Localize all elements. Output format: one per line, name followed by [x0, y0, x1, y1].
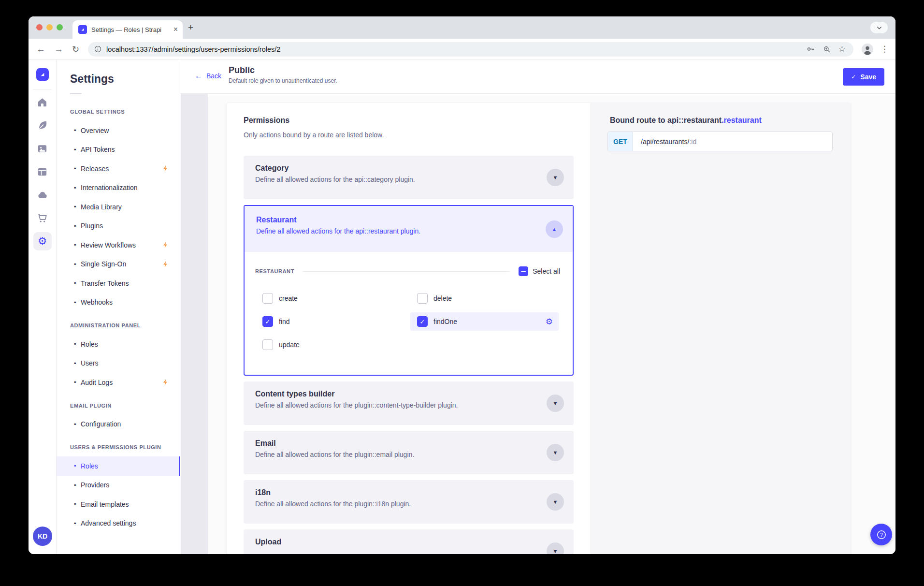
profile-avatar-icon[interactable]: [861, 43, 874, 56]
sidebar-item-users[interactable]: •Users: [57, 354, 180, 373]
sidebar-item-roles[interactable]: •Roles: [57, 335, 180, 354]
new-tab-icon[interactable]: +: [188, 23, 193, 32]
action-findone[interactable]: ✓findOne⚙: [410, 312, 559, 331]
accordion-header-category[interactable]: CategoryDefine all allowed actions for t…: [244, 156, 574, 199]
sidebar-item-overview[interactable]: •Overview: [57, 121, 180, 140]
lightning-icon: [162, 261, 169, 268]
sidebar-item-internationalization[interactable]: •Internationalization: [57, 178, 180, 198]
bullet-icon: •: [74, 520, 81, 527]
accordion-title: Email: [255, 439, 574, 448]
tab-list-chevron-icon[interactable]: [870, 22, 888, 33]
sidebar-item-advanced-settings[interactable]: •Advanced settings: [57, 514, 180, 533]
page-title: Public: [229, 65, 337, 75]
lightning-icon: [162, 165, 169, 172]
sidebar-item-roles[interactable]: •Roles: [57, 456, 180, 476]
minimize-window-button[interactable]: [46, 24, 53, 30]
sidebar-item-api-tokens[interactable]: •API Tokens: [57, 140, 180, 160]
checkbox-create[interactable]: [262, 293, 273, 304]
sidebar-item-plugins[interactable]: •Plugins: [57, 217, 180, 236]
browser-window: Settings — Roles | Strapi × + ← → ↻ loca…: [29, 16, 895, 554]
lightning-icon: [162, 241, 169, 249]
url-text[interactable]: localhost:1337/admin/settings/users-perm…: [106, 45, 806, 53]
main-nav-item-marketplace[interactable]: [29, 206, 56, 230]
accordion-description: Define all allowed actions for the api::…: [256, 227, 573, 235]
sidebar-item-email-templates[interactable]: •Email templates: [57, 495, 180, 514]
checkbox-update[interactable]: [262, 339, 273, 350]
chevron-down-icon[interactable]: ▼: [547, 493, 564, 511]
main-nav-item-cloud[interactable]: [29, 183, 56, 206]
route-input[interactable]: GET /api/restaurants/:id: [607, 132, 833, 151]
help-button[interactable]: ?: [870, 524, 892, 545]
sidebar-item-configuration[interactable]: •Configuration: [57, 415, 180, 434]
chevron-up-icon[interactable]: ▲: [546, 220, 563, 238]
strapi-favicon-icon: [78, 25, 87, 34]
accordion-header-content-types-builder[interactable]: Content types builderDefine all allowed …: [244, 381, 574, 425]
strapi-logo[interactable]: [36, 68, 49, 81]
sidebar-item-single-sign-on[interactable]: •Single Sign-On: [57, 255, 180, 274]
site-info-icon[interactable]: [94, 45, 102, 53]
sidebar-item-webhooks[interactable]: •Webhooks: [57, 293, 180, 312]
back-link[interactable]: ← Back: [195, 72, 221, 80]
action-update[interactable]: update: [262, 336, 417, 354]
bullet-icon: •: [74, 165, 81, 172]
accordion-title: Content types builder: [255, 390, 574, 398]
main-nav-item-media-library[interactable]: [29, 137, 56, 160]
action-label: update: [279, 341, 300, 349]
chevron-down-icon[interactable]: ▼: [547, 169, 564, 186]
user-avatar[interactable]: KD: [33, 527, 52, 546]
bullet-icon: •: [74, 299, 81, 306]
action-delete[interactable]: delete: [417, 289, 561, 308]
sidebar-item-label: Single Sign-On: [81, 260, 126, 268]
zoom-in-icon[interactable]: [823, 45, 831, 54]
main-nav-item-home[interactable]: [29, 90, 56, 114]
sidebar-item-transfer-tokens[interactable]: •Transfer Tokens: [57, 274, 180, 293]
accordion-title: Category: [255, 164, 574, 173]
accordion-header-email[interactable]: EmailDefine all allowed actions for the …: [244, 431, 574, 474]
checkbox-delete[interactable]: [417, 293, 428, 304]
content-area: Bound route to api::restaurant.restauran…: [208, 94, 895, 554]
settings-cog-icon[interactable]: ⚙: [546, 318, 553, 326]
save-button[interactable]: ✓ Save: [843, 68, 884, 86]
close-tab-icon[interactable]: ×: [173, 26, 178, 33]
sidebar-item-review-workflows[interactable]: •Review Workflows: [57, 235, 180, 255]
sidebar-item-releases[interactable]: •Releases: [57, 159, 180, 178]
accordion-upload: Upload▼: [244, 529, 574, 554]
password-key-icon[interactable]: [806, 44, 815, 54]
url-bar[interactable]: localhost:1337/admin/settings/users-perm…: [88, 42, 853, 57]
close-window-button[interactable]: [36, 24, 43, 30]
sidebar-item-label: Overview: [81, 127, 109, 134]
back-arrow-icon[interactable]: ←: [36, 44, 45, 54]
sidebar-item-media-library[interactable]: •Media Library: [57, 197, 180, 217]
main-nav-item-settings[interactable]: ⚙: [29, 230, 56, 253]
sidebar-item-label: Email templates: [81, 500, 129, 508]
reload-icon[interactable]: ↻: [72, 45, 79, 54]
sidebar-item-label: API Tokens: [81, 146, 115, 153]
zoom-window-button[interactable]: [57, 24, 63, 30]
divider: [33, 89, 52, 89]
page-title-block: Public Default role given to unauthentic…: [229, 65, 337, 84]
save-label: Save: [860, 73, 876, 81]
accordion-header-upload[interactable]: Upload▼: [244, 529, 574, 554]
bookmark-star-icon[interactable]: ☆: [838, 45, 846, 53]
main-nav-item-content-manager[interactable]: [29, 114, 56, 137]
checkbox-findone[interactable]: ✓: [417, 316, 428, 327]
sidebar-item-audit-logs[interactable]: •Audit Logs: [57, 373, 180, 392]
select-all-checkbox[interactable]: [519, 266, 528, 276]
forward-arrow-icon[interactable]: →: [54, 44, 63, 54]
chevron-down-icon[interactable]: ▼: [547, 395, 564, 412]
action-create[interactable]: create: [262, 289, 417, 308]
checkbox-find[interactable]: ✓: [262, 316, 273, 327]
sidebar-item-providers[interactable]: •Providers: [57, 476, 180, 495]
content-manager-icon: [37, 120, 48, 131]
accordion-header-restaurant[interactable]: RestaurantDefine all allowed actions for…: [245, 206, 573, 252]
action-find[interactable]: ✓find: [262, 312, 417, 331]
accordion-category: CategoryDefine all allowed actions for t…: [244, 156, 574, 199]
menu-dots-icon[interactable]: ⋮: [881, 44, 889, 54]
main-nav-item-content-type-builder[interactable]: [29, 160, 56, 183]
accordion-header-i18n[interactable]: i18nDefine all allowed actions for the p…: [244, 480, 574, 524]
bound-route-title: Bound route to api::restaurant.restauran…: [610, 116, 762, 125]
chevron-down-icon[interactable]: ▼: [547, 444, 564, 461]
settings-nav: Settings GLOBAL SETTINGS•Overview•API To…: [57, 60, 180, 554]
browser-tab[interactable]: Settings — Roles | Strapi ×: [72, 20, 183, 39]
sidebar-item-label: Audit Logs: [81, 379, 113, 386]
